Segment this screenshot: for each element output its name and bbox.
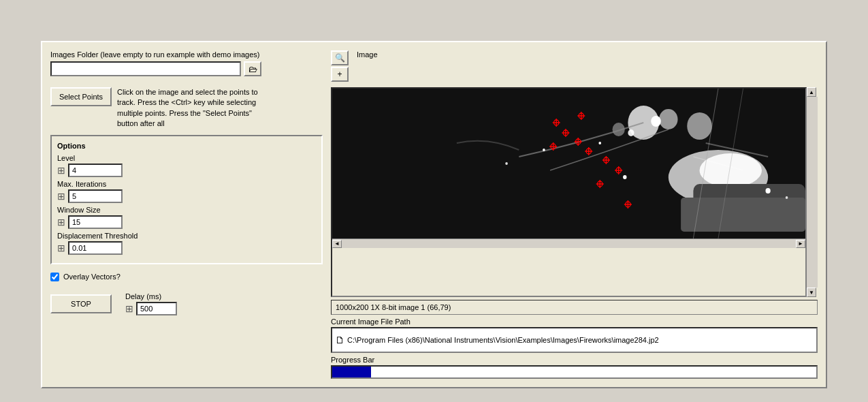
disp-threshold-spinner-icon: ⊞: [57, 243, 65, 253]
fireworks-scene: [332, 89, 805, 238]
image-area-wrapper: ▲ ▼: [331, 87, 818, 297]
horizontal-scrollbar: ◄ ►: [332, 238, 805, 248]
file-path-value: 🗋 C:\Program Files (x86)\National Instru…: [331, 327, 818, 353]
svg-point-16: [598, 142, 601, 144]
svg-point-8: [700, 153, 762, 187]
window-size-label: Window Size: [57, 206, 316, 214]
left-panel: Select Points Click on the image and sel…: [50, 87, 323, 379]
zoom-button[interactable]: 🔍: [331, 50, 349, 65]
scene-svg: [332, 89, 805, 238]
scroll-track-horizontal: [342, 239, 796, 248]
main-window: Images Folder (leave empty to run exampl…: [41, 41, 827, 388]
progress-bar-fill: [332, 367, 371, 377]
folder-row: 🗁: [50, 61, 323, 76]
level-spinner-icon: ⊞: [57, 165, 65, 176]
progress-label: Progress Bar: [331, 356, 818, 364]
window-size-spinner-icon: ⊞: [57, 217, 65, 228]
scroll-track-vertical: [807, 97, 818, 288]
level-input[interactable]: 4: [68, 164, 123, 177]
level-label: Level: [57, 154, 316, 162]
delay-input-row: ⊞ 500: [125, 302, 177, 315]
svg-point-2: [659, 109, 677, 129]
level-input-row: ⊞ 4: [57, 164, 316, 177]
scroll-right-button[interactable]: ►: [796, 240, 805, 248]
folder-section: Images Folder (leave empty to run exampl…: [50, 50, 323, 76]
options-group: Options Level ⊞ 4 Max. Iterations ⊞ 5: [50, 135, 323, 264]
vertical-scrollbar: ▲ ▼: [807, 87, 818, 297]
bottom-controls: STOP Delay (ms) ⊞ 500: [50, 292, 323, 315]
folder-input[interactable]: [50, 61, 241, 76]
zoom-icon: 🔍: [335, 53, 345, 63]
max-iter-label: Max. Iterations: [57, 180, 316, 188]
folder-icon: 🗁: [248, 64, 257, 74]
delay-input[interactable]: 500: [136, 302, 177, 315]
delay-section: Delay (ms) ⊞ 500: [125, 292, 177, 315]
image-container[interactable]: ◄ ►: [331, 87, 807, 297]
window-size-input[interactable]: 15: [68, 215, 123, 229]
plus-icon: +: [337, 69, 342, 79]
max-iter-input[interactable]: 5: [68, 189, 123, 203]
progress-section: Progress Bar: [331, 356, 818, 379]
file-path-icon: 🗋: [335, 335, 344, 345]
zoom-tools: 🔍 +: [331, 50, 349, 82]
stop-button[interactable]: STOP: [50, 294, 112, 313]
svg-point-6: [628, 129, 634, 136]
svg-point-15: [505, 162, 508, 165]
image-info-text: 1000x200 1X 8-bit image 1 (66,79): [336, 303, 451, 311]
select-points-button[interactable]: Select Points: [50, 87, 112, 106]
max-iter-row: Max. Iterations ⊞ 5: [57, 180, 316, 203]
level-row: Level ⊞ 4: [57, 154, 316, 177]
disp-threshold-row: Displacement Threshold ⊞ 0.01: [57, 232, 316, 255]
scroll-down-button[interactable]: ▼: [807, 288, 816, 297]
file-path-text: C:\Program Files (x86)\National Instrume…: [347, 336, 659, 344]
scroll-up-button[interactable]: ▲: [807, 87, 816, 97]
delay-spinner-icon: ⊞: [125, 303, 133, 314]
disp-threshold-input-row: ⊞ 0.01: [57, 241, 316, 255]
folder-browse-button[interactable]: 🗁: [244, 61, 261, 76]
options-legend: Options: [57, 142, 316, 150]
folder-label: Images Folder (leave empty to run exampl…: [50, 50, 323, 59]
svg-point-14: [543, 149, 545, 151]
svg-point-3: [687, 112, 712, 140]
svg-point-18: [786, 196, 788, 199]
disp-threshold-label: Displacement Threshold: [57, 232, 316, 240]
progress-bar-container: [331, 365, 818, 379]
select-points-row: Select Points Click on the image and sel…: [50, 87, 323, 129]
overlay-checkbox-row: Overlay Vectors?: [50, 273, 323, 281]
svg-point-5: [651, 116, 661, 127]
delay-label: Delay (ms): [125, 292, 177, 300]
image-label: Image: [357, 50, 378, 59]
overlay-checkbox[interactable]: [50, 273, 59, 281]
file-path-label: Current Image File Path: [331, 318, 818, 326]
window-size-row: Window Size ⊞ 15: [57, 206, 316, 229]
max-iter-spinner-icon: ⊞: [57, 191, 65, 202]
content-area: Select Points Click on the image and sel…: [50, 87, 818, 379]
svg-point-13: [623, 175, 626, 179]
instructions-text: Click on the image and select the points…: [117, 87, 267, 129]
scroll-left-button[interactable]: ◄: [332, 240, 342, 248]
file-path-section: Current Image File Path 🗋 C:\Program Fil…: [331, 318, 818, 353]
zoom-plus-button[interactable]: +: [331, 67, 349, 82]
top-section: Images Folder (leave empty to run exampl…: [50, 50, 818, 82]
overlay-label: Overlay Vectors?: [63, 273, 120, 281]
max-iter-input-row: ⊞ 5: [57, 189, 316, 203]
disp-threshold-input[interactable]: 0.01: [68, 241, 123, 255]
right-panel: ▲ ▼: [331, 87, 818, 379]
svg-point-17: [765, 188, 770, 194]
window-size-input-row: ⊞ 15: [57, 215, 316, 229]
image-status-bar: 1000x200 1X 8-bit image 1 (66,79): [331, 300, 818, 315]
